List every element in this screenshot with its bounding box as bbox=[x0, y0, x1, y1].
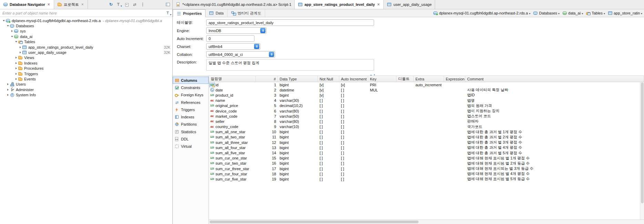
expander-icon[interactable] bbox=[10, 30, 14, 32]
tree-item[interactable]: user_app_daily_usage 32K bbox=[0, 50, 172, 55]
grid-header-cell[interactable]: Key bbox=[368, 76, 396, 82]
expander-icon[interactable] bbox=[18, 51, 22, 53]
tree-item[interactable]: Databases bbox=[0, 23, 172, 28]
auto-increment-input[interactable] bbox=[206, 35, 254, 42]
grid-header-cell[interactable]: Auto Increment bbox=[339, 76, 368, 82]
cell-column-name[interactable]: sum_cur_one_star bbox=[209, 156, 256, 160]
editor-subtab[interactable]: Data bbox=[205, 9, 227, 17]
editor-tab[interactable]: *<dplanex-mysql-01.cugfbh6dgdbl.ap-north… bbox=[173, 0, 295, 9]
side-tab[interactable]: Constraints bbox=[173, 84, 209, 91]
grid-header-cell[interactable]: 디폴트 bbox=[396, 76, 414, 82]
column-row[interactable]: product_id 3 bigint [v] [ ] 앱ID bbox=[209, 92, 644, 98]
tree-item[interactable]: Views bbox=[0, 55, 172, 60]
side-tab[interactable]: Triggers bbox=[173, 106, 209, 113]
table-name-input[interactable] bbox=[206, 19, 374, 26]
cell-not-null[interactable]: [v] bbox=[318, 88, 339, 92]
expander-icon[interactable] bbox=[6, 94, 10, 96]
breadcrumb-item[interactable]: dplanex-mysql-01.cugfbh6dgdbl.ap-northea… bbox=[432, 11, 532, 16]
column-row[interactable]: original_price 5 decimal(10,2) [ ] [ ] 앱… bbox=[209, 103, 644, 108]
expander-icon[interactable] bbox=[14, 62, 18, 64]
cell-column-name[interactable]: id bbox=[209, 82, 256, 87]
cell-auto-increment[interactable]: [ ] bbox=[339, 88, 368, 92]
expander-icon[interactable] bbox=[18, 46, 22, 48]
cell-not-null[interactable]: [ ] bbox=[318, 146, 339, 150]
cell-auto-increment[interactable]: [ ] bbox=[339, 125, 368, 129]
cell-not-null[interactable]: [ ] bbox=[318, 98, 339, 103]
engine-select[interactable]: InnoDB bbox=[206, 27, 266, 34]
stepper-icon[interactable] bbox=[269, 52, 274, 57]
column-row[interactable]: date 2 datetime [v] [ ] MUL 사용 데이터의 특정 날… bbox=[209, 87, 644, 92]
chevron-down-icon[interactable] bbox=[582, 11, 583, 15]
scrollbar-thumb[interactable] bbox=[641, 82, 644, 203]
expander-icon[interactable] bbox=[10, 36, 14, 37]
cell-not-null[interactable]: [ ] bbox=[318, 177, 339, 181]
cell-not-null[interactable]: [v] bbox=[318, 93, 339, 97]
cell-not-null[interactable]: [ ] bbox=[318, 140, 339, 145]
side-tab[interactable]: References bbox=[173, 99, 209, 106]
cell-auto-increment[interactable]: [ ] bbox=[339, 93, 368, 97]
cell-auto-increment[interactable]: [ ] bbox=[339, 172, 368, 176]
cell-column-name[interactable]: market_code bbox=[209, 114, 256, 119]
grid-header-cell[interactable]: # bbox=[256, 76, 278, 82]
column-row[interactable]: sum_all_one_star 10 bigint [ ] [ ] 앱에 대한… bbox=[209, 129, 644, 135]
collation-select[interactable]: utf8mb4_0900_ai_ci bbox=[206, 51, 275, 58]
breadcrumb-item[interactable]: data_ai bbox=[561, 11, 584, 16]
cell-column-name[interactable]: original_price bbox=[209, 103, 256, 108]
cell-auto-increment[interactable]: [ ] bbox=[339, 104, 368, 108]
expander-icon[interactable] bbox=[14, 78, 18, 80]
cell-auto-increment[interactable]: [ ] bbox=[339, 130, 368, 134]
grid-header-cell[interactable]: 컬럼명 bbox=[209, 76, 256, 82]
cell-auto-increment[interactable]: [ ] bbox=[339, 114, 368, 118]
breadcrumb-item[interactable]: Databases bbox=[532, 11, 561, 16]
cell-column-name[interactable]: device_code bbox=[209, 109, 256, 114]
cell-not-null[interactable]: [ ] bbox=[318, 151, 339, 155]
cell-auto-increment[interactable]: [ ] bbox=[339, 98, 368, 103]
object-filter-input[interactable] bbox=[2, 11, 164, 16]
panel-tab[interactable]: 프로젝트 bbox=[54, 0, 88, 9]
side-tab[interactable]: Indexes bbox=[173, 113, 209, 120]
breadcrumb-item[interactable]: app_store_ratings_product_level_daily bbox=[606, 11, 644, 16]
scrollbar-thumb[interactable] bbox=[210, 221, 419, 223]
column-row[interactable]: sum_cur_three_star 17 bigint [ ] [ ] 앱에 … bbox=[209, 166, 644, 171]
cell-column-name[interactable]: sum_all_five_star bbox=[209, 150, 256, 155]
panel-tab[interactable]: Database Navigator bbox=[0, 0, 54, 9]
cell-not-null[interactable]: [ ] bbox=[318, 161, 339, 165]
cell-column-name[interactable]: sum_all_four_star bbox=[209, 145, 256, 150]
grid-header-cell[interactable]: Comment bbox=[465, 76, 644, 82]
cell-auto-increment[interactable]: [ ] bbox=[339, 167, 368, 171]
cell-column-name[interactable]: name bbox=[209, 98, 256, 103]
side-tab[interactable]: Partitions bbox=[173, 121, 209, 128]
column-row[interactable]: name 4 varchar(30) [ ] [ ] 앱명 bbox=[209, 98, 644, 103]
cell-auto-increment[interactable]: [ ] bbox=[339, 140, 368, 145]
breadcrumb-item[interactable]: Tables bbox=[584, 11, 606, 16]
stepper-icon[interactable] bbox=[254, 44, 259, 49]
description-textarea[interactable]: 일별 앱 수준 스토어 평점 집계 bbox=[206, 59, 374, 71]
cell-not-null[interactable]: [ ] bbox=[318, 104, 339, 108]
column-row[interactable]: seller 8 varchar(80) [ ] [ ] 판매자 bbox=[209, 119, 644, 124]
grid-header-cell[interactable]: Not Null bbox=[318, 76, 339, 82]
expander-icon[interactable] bbox=[6, 89, 10, 91]
chevron-down-icon[interactable] bbox=[529, 11, 530, 15]
cell-column-name[interactable]: sum_cur_five_star bbox=[209, 177, 256, 182]
tree-item[interactable]: sys bbox=[0, 29, 172, 34]
expander-icon[interactable] bbox=[14, 57, 18, 59]
tree-item[interactable]: data_ai bbox=[0, 34, 172, 39]
expander-icon[interactable] bbox=[2, 20, 6, 21]
column-row[interactable]: sum_cur_one_star 15 bigint [ ] [ ] 앱에 대해… bbox=[209, 156, 644, 161]
cell-column-name[interactable]: sum_all_three_star bbox=[209, 140, 256, 145]
charset-select[interactable]: utf8mb4 bbox=[206, 43, 260, 50]
column-row[interactable]: sum_cur_two_star 16 bigint [ ] [ ] 앱에 대해… bbox=[209, 161, 644, 166]
cell-not-null[interactable]: [ ] bbox=[318, 125, 339, 129]
column-row[interactable]: market_code 7 varchar(50) [ ] [ ] 앱스토어 코… bbox=[209, 114, 644, 119]
expander-icon[interactable] bbox=[6, 83, 10, 85]
side-tab[interactable]: Columns bbox=[173, 77, 209, 84]
vertical-scrollbar[interactable] bbox=[640, 82, 644, 220]
chevron-down-icon[interactable] bbox=[558, 11, 560, 15]
editor-subtab[interactable]: Properties bbox=[173, 9, 205, 17]
side-tab[interactable]: Foreign Keys bbox=[173, 91, 209, 99]
close-icon[interactable] bbox=[376, 2, 380, 7]
stepper-icon[interactable] bbox=[260, 28, 265, 33]
column-row[interactable]: sum_cur_five_star 19 bigint [ ] [ ] 앱에 대… bbox=[209, 176, 644, 182]
cell-not-null[interactable]: [ ] bbox=[318, 135, 339, 139]
column-row[interactable]: sum_cur_four_star 18 bigint [ ] [ ] 앱에 대… bbox=[209, 171, 644, 176]
